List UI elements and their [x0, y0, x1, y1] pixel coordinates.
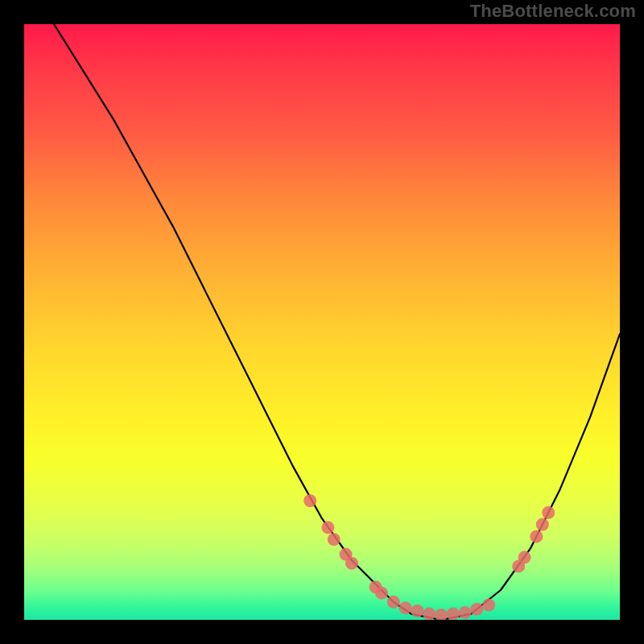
data-point [518, 551, 531, 564]
data-points [303, 494, 555, 620]
data-point [542, 506, 555, 519]
chart-container: TheBottleneck.com [0, 0, 644, 644]
data-point [303, 494, 316, 507]
data-point [375, 587, 388, 600]
data-point [536, 518, 549, 531]
data-point [470, 603, 483, 616]
data-point [411, 605, 423, 617]
data-point [399, 601, 412, 614]
data-point [345, 557, 358, 570]
data-point [435, 609, 448, 620]
chart-svg [24, 24, 620, 620]
attribution-text: TheBottleneck.com [470, 0, 636, 23]
data-point [423, 608, 436, 620]
data-point [530, 530, 543, 543]
data-point [387, 596, 400, 609]
plot-area [24, 24, 620, 620]
data-point [447, 608, 460, 620]
data-point [482, 599, 495, 612]
data-point [321, 521, 334, 534]
data-point [328, 533, 341, 546]
data-point [459, 606, 472, 619]
